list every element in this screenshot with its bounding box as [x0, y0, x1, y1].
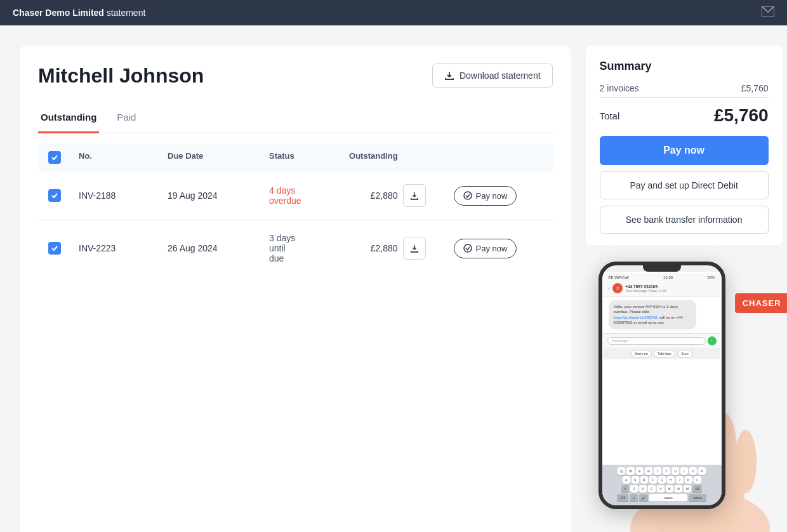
key-y[interactable]: Y — [663, 467, 670, 475]
key-i[interactable]: I — [680, 467, 688, 475]
key-o[interactable]: O — [689, 467, 697, 475]
brand-label: Chaser Demo Limited statement — [13, 8, 145, 18]
direct-debit-button[interactable]: Pay and set up Direct Debit — [600, 171, 769, 199]
quick-reply-sure[interactable]: Sure — [677, 350, 692, 357]
key-h[interactable]: H — [667, 476, 675, 484]
col-status-header: Status — [269, 151, 301, 164]
chaser-logo-badge: CHASER — [735, 293, 787, 313]
total-label: Total — [600, 110, 620, 121]
col-dl-header — [403, 151, 454, 164]
row1-status: 4 days overdue — [269, 185, 301, 206]
row2-duedate: 26 Aug 2024 — [168, 243, 269, 253]
tab-paid[interactable]: Paid — [114, 105, 138, 133]
key-c[interactable]: C — [648, 485, 656, 493]
invoice-count-label: 2 invoices — [600, 83, 639, 93]
quick-reply-sorry[interactable]: Sorry no — [631, 350, 652, 357]
key-r[interactable]: R — [645, 467, 652, 475]
download-statement-button[interactable]: Download statement — [432, 63, 553, 88]
key-mic[interactable]: 🎤 — [639, 494, 648, 502]
key-e[interactable]: E — [636, 467, 644, 475]
key-q[interactable]: Q — [618, 467, 625, 475]
key-shift[interactable]: ⇧ — [621, 485, 629, 493]
pay-circle-icon — [463, 191, 472, 200]
key-x[interactable]: X — [639, 485, 647, 493]
key-f[interactable]: F — [649, 476, 657, 484]
key-z[interactable]: Z — [630, 485, 638, 493]
svg-point-8 — [735, 430, 757, 493]
key-j[interactable]: J — [676, 476, 684, 484]
phone-message-header: ‹ C +44 7897 034109 Text Message Today 1… — [604, 281, 720, 296]
mail-icon[interactable] — [762, 6, 774, 19]
col-pay-header — [454, 151, 543, 164]
download-row-icon — [410, 191, 419, 200]
key-g[interactable]: G — [658, 476, 666, 484]
right-panel: Summary 2 invoices £5,760 Total £5,760 P… — [586, 46, 783, 532]
download-row-icon — [410, 244, 419, 253]
back-arrow-icon: ‹ — [609, 286, 611, 291]
summary-invoices-row: 2 invoices £5,760 — [600, 79, 769, 98]
message-link: https://p.chaser.io/382342 — [614, 316, 658, 319]
key-n[interactable]: N — [675, 485, 682, 493]
tab-outstanding[interactable]: Outstanding — [38, 105, 99, 133]
key-delete[interactable]: ⌫ — [692, 485, 702, 493]
key-w[interactable]: W — [626, 467, 635, 475]
row2-status: 3 days until due — [269, 233, 301, 263]
row1-checkbox[interactable] — [48, 189, 79, 202]
bank-transfer-button[interactable]: See bank transfer information — [600, 206, 769, 234]
pay-now-button[interactable]: Pay now — [600, 136, 769, 165]
key-t[interactable]: T — [654, 467, 661, 475]
invoice-amount: £5,760 — [741, 83, 769, 93]
contact-number: +44 7897 034109 — [625, 284, 666, 289]
key-m[interactable]: M — [684, 485, 691, 493]
row1-outstanding: £2,880 — [301, 190, 403, 201]
row2-download[interactable] — [403, 237, 454, 260]
key-k[interactable]: K — [685, 476, 692, 484]
keyboard-row-2: A S D F G H J K L — [604, 476, 720, 484]
phone-status-bar: EE WiFiCall 11:00 26% — [604, 273, 720, 281]
invoice-table: No. Due Date Status Outstanding INV-2188… — [38, 143, 553, 276]
row2-pay[interactable]: Pay now — [454, 239, 543, 258]
page-title: Mitchell Johnson — [38, 64, 204, 88]
total-amount: £5,760 — [714, 105, 769, 126]
row1-pay[interactable]: Pay now — [454, 186, 543, 206]
row2-outstanding: £2,880 — [301, 243, 403, 253]
key-s[interactable]: S — [632, 476, 639, 484]
table-row: INV-2223 26 Aug 2024 3 days until due £2… — [38, 220, 553, 276]
summary-total-row: Total £5,760 — [600, 105, 769, 126]
message-input-field[interactable]: iMessage — [607, 337, 706, 345]
keyboard-row-4: 123 ☺ 🎤 space return — [604, 494, 720, 502]
key-p[interactable]: P — [698, 467, 706, 475]
key-l[interactable]: L — [694, 476, 701, 484]
quick-reply-talk[interactable]: Talk later — [654, 350, 675, 357]
keyboard-row-3: ⇧ Z X C V B N M ⌫ — [604, 485, 720, 493]
key-123[interactable]: 123 — [617, 494, 628, 502]
key-return[interactable]: return — [689, 494, 706, 502]
phone-device: EE WiFiCall 11:00 26% ‹ C +44 7897 03410… — [599, 262, 725, 509]
row2-checkbox[interactable] — [48, 242, 79, 255]
summary-title: Summary — [600, 60, 769, 73]
top-navigation: Chaser Demo Limited statement — [0, 0, 787, 25]
key-space[interactable]: space — [649, 494, 687, 502]
page-header: Mitchell Johnson Download statement — [38, 63, 553, 88]
table-header-row: No. Due Date Status Outstanding — [38, 143, 553, 171]
key-b[interactable]: B — [666, 485, 673, 493]
key-u[interactable]: U — [671, 467, 679, 475]
row1-number: INV-2188 — [79, 190, 168, 201]
key-emoji[interactable]: ☺ — [630, 494, 638, 502]
row1-download[interactable] — [403, 184, 454, 207]
key-v[interactable]: V — [657, 485, 665, 493]
select-all-checkbox[interactable] — [48, 151, 61, 164]
svg-point-1 — [464, 192, 472, 199]
tabs-bar: Outstanding Paid — [38, 105, 553, 133]
table-row: INV-2188 19 Aug 2024 4 days overdue £2,8… — [38, 171, 553, 220]
summary-card: Summary 2 invoices £5,760 Total £5,760 P… — [586, 46, 783, 245]
row1-duedate: 19 Aug 2024 — [168, 190, 269, 201]
send-button[interactable]: ↑ — [708, 336, 717, 345]
phone-mockup-area: CHASER EE WiFiCall 11:00 26% ‹ C — [586, 255, 783, 532]
message-input-bar: iMessage ↑ — [604, 333, 720, 348]
key-d[interactable]: D — [640, 476, 648, 484]
key-a[interactable]: A — [623, 476, 630, 484]
col-duedate-header: Due Date — [168, 151, 269, 164]
keyboard-row-1: Q W E R T Y U I O P — [604, 467, 720, 475]
message-sub-label: Text Message Today 11:00 — [625, 289, 666, 293]
